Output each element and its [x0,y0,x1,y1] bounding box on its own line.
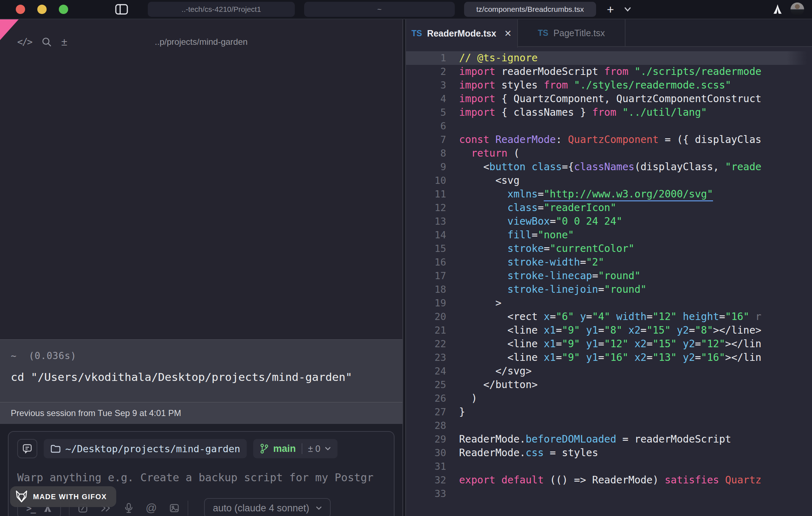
code-blocks-icon[interactable]: </> [17,37,32,47]
line-number: 15 [406,242,446,255]
command-duration: (0.036s) [29,350,76,361]
code-line[interactable]: 16 stroke-width="2" [406,255,812,269]
git-chip[interactable]: main ± 0 [253,439,338,458]
user-avatar[interactable] [790,3,804,16]
code-line[interactable]: 21 <line x1="9" y1="8" x2="15" y2="8"></… [406,324,812,337]
code-line[interactable]: 28 [406,419,812,433]
microphone-icon[interactable] [124,502,133,514]
typescript-file-icon: TS [411,29,422,38]
cwd-path: ~/Desktop/projects/mind-garden [65,443,240,454]
editor-tabbar: TS ReaderMode.tsx ✕ TS PageTitle.tsx [406,19,812,47]
close-window-button[interactable] [16,5,25,14]
line-number: 9 [406,160,446,174]
minimize-window-button[interactable] [37,5,47,14]
line-number: 30 [406,446,446,460]
code-line[interactable]: 19 > [406,296,812,310]
split-pane-icon[interactable]: ± [61,36,67,48]
mention-icon[interactable]: @ [146,502,157,515]
window-tab-home[interactable]: ~ [304,2,455,17]
command-text[interactable]: cd "/Users/vkodithala/Desktop/projects/m… [11,371,392,383]
close-tab-icon[interactable]: ✕ [504,28,512,39]
line-number: 25 [406,378,446,392]
line-number: 8 [406,147,446,160]
line-number: 17 [406,269,446,283]
code-line[interactable]: 17 stroke-linecap="round" [406,269,812,283]
line-number: 4 [406,92,446,106]
command-input-placeholder[interactable]: Warp anything e.g. Create a backup scrip… [17,471,385,484]
code-line[interactable]: 4import { QuartzComponent, QuartzCompone… [406,92,812,106]
editor-tab-readermode[interactable]: TS ReaderMode.tsx ✕ [406,19,518,48]
code-line[interactable]: 31 [406,460,812,473]
previous-session-banner[interactable]: Previous session from Tue Sep 9 at 4:01 … [0,402,402,424]
code-line[interactable]: 23 <line x1="9" y1="16" x2="13" y2="16">… [406,351,812,364]
agent-chat-button[interactable] [17,439,37,458]
tab-list-chevron-icon[interactable] [623,6,632,12]
line-number: 6 [406,119,446,133]
code-line[interactable]: 6 [406,119,812,133]
search-icon[interactable] [41,37,52,47]
code-line[interactable]: 20 <rect x="6" y="4" width="12" height="… [406,310,812,324]
code-line[interactable]: 1// @ts-ignore [406,51,812,65]
code-line[interactable]: 22 <line x1="9" y1="12" x2="15" y2="12">… [406,337,812,351]
editor-tab-label: PageTitle.tsx [553,28,605,38]
typescript-file-icon: TS [538,28,548,38]
window-titlebar: ..-tech/cs-4210/Project1 ~ tz/components… [0,0,812,19]
previous-session-text: Previous session from Tue Sep 9 at 4:01 … [11,408,181,418]
editor-tab-label: ReaderMode.tsx [427,28,496,39]
code-line[interactable]: 10 <svg [406,174,812,187]
window-tab-breadcrumbs-active[interactable]: tz/components/Breadcrumbs.tsx [464,2,596,17]
model-selector-dropdown[interactable]: auto (claude 4 sonnet) [204,498,331,516]
code-line[interactable]: 3import styles from "./styles/readermode… [406,78,812,92]
line-number: 3 [406,78,446,92]
line-number: 21 [406,324,446,337]
cwd-chip[interactable]: ~/Desktop/projects/mind-garden [44,439,247,458]
line-number: 24 [406,364,446,378]
code-line[interactable]: 29ReaderMode.beforeDOMLoaded = readerMod… [406,433,812,446]
code-line[interactable]: 15 stroke="currentColor" [406,242,812,255]
new-tab-button[interactable]: + [607,4,614,15]
chevron-down-icon [325,446,331,451]
editor-tab-pagetitle[interactable]: TS PageTitle.tsx [518,19,625,47]
code-line[interactable]: 8 return ( [406,147,812,160]
gifox-fox-icon [14,490,29,503]
code-line[interactable]: 24 </svg> [406,364,812,378]
code-line[interactable]: 11 xmlns="http://www.w3.org/2000/svg" [406,187,812,201]
main-split: ..p/projects/mind-garden </> ± ~ (0.036s… [0,19,812,516]
line-number: 32 [406,473,446,487]
line-number: 10 [406,174,446,187]
code-line[interactable]: 25 </button> [406,378,812,392]
code-line[interactable]: 14 fill="none" [406,228,812,242]
line-number: 22 [406,337,446,351]
line-number: 16 [406,255,446,269]
sidebar-toggle-icon[interactable] [113,2,130,16]
zoom-window-button[interactable] [59,5,68,14]
code-line[interactable]: 27} [406,405,812,419]
code-line[interactable]: 26 ) [406,392,812,405]
warp-logo-icon [773,3,783,15]
code-line[interactable]: 12 class="readerIcon" [406,201,812,215]
code-line[interactable]: 5import { classNames } from "../util/lan… [406,106,812,119]
gifox-watermark: MADE WITH GIFOX [10,486,116,507]
line-number: 26 [406,392,446,405]
pane-splitter[interactable] [402,19,406,516]
model-selector-value: auto (claude 4 sonnet) [213,503,309,514]
line-number: 20 [406,310,446,324]
code-line[interactable]: 2import readerModeScript from "./scripts… [406,65,812,78]
code-editor[interactable]: 1// @ts-ignore2import readerModeScript f… [406,48,812,516]
code-line[interactable]: 13 viewBox="0 0 24 24" [406,215,812,228]
code-line[interactable]: 33 [406,487,812,501]
window-tab-project1[interactable]: ..-tech/cs-4210/Project1 [148,2,295,17]
line-number: 2 [406,65,446,78]
code-line[interactable]: 30ReaderMode.css = styles [406,446,812,460]
code-line[interactable]: 9 <button class={classNames(displayClass… [406,160,812,174]
line-number: 23 [406,351,446,364]
gifox-text: MADE WITH GIFOX [33,493,107,501]
prompt-path: ~ [11,350,17,361]
code-line[interactable]: 7const ReaderMode: QuartzComponent = ({ … [406,133,812,147]
code-line[interactable]: 18 stroke-linejoin="round" [406,283,812,296]
folder-icon [50,444,61,453]
code-line[interactable]: 32export default (() => ReaderMode) sati… [406,473,812,487]
line-number: 14 [406,228,446,242]
attach-image-icon[interactable] [169,503,180,513]
line-number: 11 [406,187,446,201]
